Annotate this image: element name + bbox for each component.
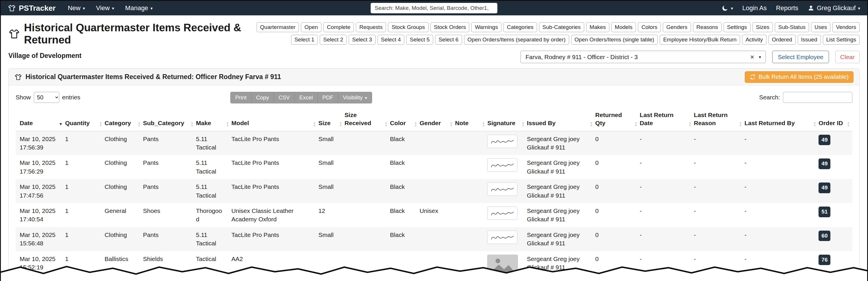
nav-button-select-6[interactable]: Select 6 <box>435 35 462 45</box>
signature-thumbnail[interactable] <box>487 159 517 172</box>
nav-button-ordered[interactable]: Ordered <box>769 35 796 45</box>
signature-thumbnail[interactable] <box>487 182 517 196</box>
nav-button-select-3[interactable]: Select 3 <box>349 35 376 45</box>
column-header-color[interactable]: Color▲▼ <box>390 109 420 131</box>
nav-button-open[interactable]: Open <box>301 22 321 32</box>
chevron-down-icon: ▾ <box>731 6 733 10</box>
nav-button-select-4[interactable]: Select 4 <box>378 35 404 45</box>
table-button-visibility[interactable]: Visibility▾ <box>338 92 372 104</box>
menu-view[interactable]: View ▾ <box>96 4 114 12</box>
column-header-category[interactable]: Category▲▼ <box>105 109 143 131</box>
column-header-size[interactable]: Size▲▼ <box>318 109 344 131</box>
cell-returned-qty: 0 <box>595 203 640 227</box>
nav-button-colors[interactable]: Colors <box>638 22 661 32</box>
column-header-model[interactable]: Model▲▼ <box>231 109 318 131</box>
employee-select[interactable]: Farva, Rodney # 911 - Officer - District… <box>521 51 766 63</box>
clear-button[interactable]: Clear <box>835 51 860 63</box>
column-header-date[interactable]: Date▼ <box>16 109 65 131</box>
login-as-link[interactable]: Login As <box>742 4 767 12</box>
clear-selection-icon[interactable]: × <box>750 53 754 61</box>
menu-new[interactable]: New ▾ <box>68 4 85 12</box>
column-header-gender[interactable]: Gender▲▼ <box>420 109 455 131</box>
nav-button-sub-categories[interactable]: Sub-Categories <box>539 22 584 32</box>
column-header-note[interactable]: Note▲▼ <box>455 109 488 131</box>
select-employee-button[interactable]: Select Employee <box>772 51 829 63</box>
column-header-signature[interactable]: Signature▲▼ <box>487 109 527 131</box>
nav-button-open-orders-items-separated-by-order[interactable]: Open Orders/Items (separated by order) <box>464 35 569 45</box>
column-header-returned-qty[interactable]: Returned Qty▲▼ <box>595 109 640 131</box>
nav-button-vendors[interactable]: Vendors <box>832 22 860 32</box>
user-menu[interactable]: Greg Glickauf ▾ <box>808 4 860 12</box>
order-id-badge[interactable]: 76 <box>818 255 830 265</box>
signature-thumbnail[interactable] <box>487 206 517 220</box>
nav-button-employee-history-bulk-return[interactable]: Employee History/Bulk Return <box>660 35 740 45</box>
cell-make: Thorogood <box>196 203 231 227</box>
page-length-select[interactable]: 50 <box>34 92 59 103</box>
order-id-badge[interactable]: 60 <box>818 231 830 241</box>
table-button-pdf[interactable]: PDF <box>317 92 338 104</box>
nav-button-stock-orders[interactable]: Stock Orders <box>431 22 470 32</box>
cell-last-returned-by: - <box>744 131 818 155</box>
order-id-badge[interactable]: 51 <box>818 206 830 217</box>
cell-last-returned-by: - <box>744 155 818 179</box>
bulk-return-button[interactable]: Bulk Return All Items (25 available) <box>745 71 854 83</box>
order-id-badge[interactable]: 49 <box>818 135 830 145</box>
theme-toggle[interactable]: ▾ <box>722 5 733 11</box>
column-label: Size Received <box>345 112 371 126</box>
table-button-csv[interactable]: CSV <box>273 92 294 104</box>
global-search-input[interactable] <box>371 3 497 13</box>
nav-button-categories[interactable]: Categories <box>503 22 537 32</box>
table-button-excel[interactable]: Excel <box>294 92 318 104</box>
sort-icon: ▲▼ <box>847 121 850 127</box>
cell-category: Ballistics <box>105 251 143 279</box>
nav-button-reasons[interactable]: Reasons <box>693 22 722 32</box>
nav-button-list-settings[interactable]: List Settings <box>823 35 860 45</box>
column-header-last-return-date[interactable]: Last Return Date▲▼ <box>640 109 694 131</box>
nav-button-stock-groups[interactable]: Stock Groups <box>388 22 428 32</box>
nav-button-warnings[interactable]: Warnings <box>471 22 501 32</box>
nav-button-genders[interactable]: Genders <box>663 22 691 32</box>
nav-button-open-orders-items-single-table[interactable]: Open Orders/Items (single table) <box>571 35 658 45</box>
nav-button-uses[interactable]: Uses <box>811 22 830 32</box>
cell-order-id: 49 <box>818 179 852 203</box>
column-header-sub-category[interactable]: Sub_Category▲▼ <box>143 109 196 131</box>
nav-button-quartermaster[interactable]: Quartermaster <box>257 22 299 32</box>
nav-button-sub-status[interactable]: Sub-Status <box>775 22 809 32</box>
reports-link[interactable]: Reports <box>776 4 798 12</box>
nav-button-issued[interactable]: Issued <box>798 35 821 45</box>
card-title: Historical Quartermaster Items Received … <box>14 73 281 81</box>
table-button-copy[interactable]: Copy <box>251 92 274 104</box>
signature-thumbnail[interactable] <box>487 135 517 148</box>
person-icon <box>808 5 814 11</box>
nav-button-complete[interactable]: Complete <box>323 22 354 32</box>
nav-button-select-5[interactable]: Select 5 <box>406 35 433 45</box>
order-id-badge[interactable]: 49 <box>818 159 830 169</box>
nav-button-sizes[interactable]: Sizes <box>752 22 773 32</box>
column-header-order-id[interactable]: Order ID▲▼ <box>818 109 852 131</box>
history-card: Historical Quartermaster Items Received … <box>8 68 860 281</box>
column-header-quantity[interactable]: Quantity▲▼ <box>65 109 105 131</box>
nav-button-select-2[interactable]: Select 2 <box>320 35 347 45</box>
table-search-input[interactable] <box>783 92 852 103</box>
order-id-badge[interactable]: 49 <box>818 182 830 193</box>
shirt-icon <box>8 28 20 40</box>
column-header-make[interactable]: Make▲▼ <box>196 109 231 131</box>
nav-button-settings[interactable]: Settings <box>724 22 750 32</box>
nav-button-models[interactable]: Models <box>611 22 636 32</box>
brand-logo[interactable]: PSTracker <box>8 4 56 13</box>
column-header-last-returned-by[interactable]: Last Returned By▲▼ <box>744 109 818 131</box>
nav-button-requests[interactable]: Requests <box>356 22 386 32</box>
table-button-print[interactable]: Print <box>230 92 251 104</box>
column-header-size-received[interactable]: Size Received▲▼ <box>345 109 390 131</box>
item-photo-thumbnail[interactable] <box>487 255 518 276</box>
nav-button-activity[interactable]: Activity <box>742 35 767 45</box>
menu-manage[interactable]: Manage ▾ <box>125 4 153 12</box>
date-line2: 17:56:39 <box>20 143 58 151</box>
agency-name: Village of Development <box>8 52 257 60</box>
signature-thumbnail[interactable] <box>487 231 517 244</box>
column-header-issued-by[interactable]: Issued By▲▼ <box>527 109 595 131</box>
chevron-down-icon: ▾ <box>112 6 114 10</box>
nav-button-makes[interactable]: Makes <box>586 22 609 32</box>
nav-button-select-1[interactable]: Select 1 <box>291 35 318 45</box>
column-header-last-return-reason[interactable]: Last Return Reason▲▼ <box>694 109 744 131</box>
